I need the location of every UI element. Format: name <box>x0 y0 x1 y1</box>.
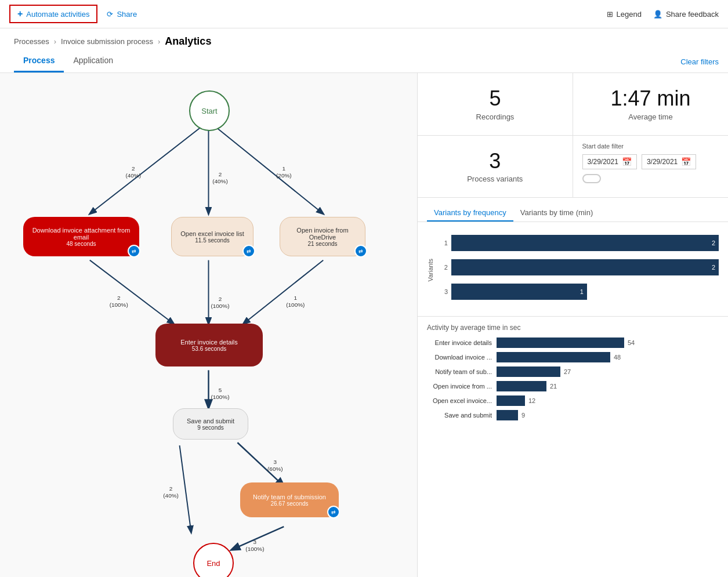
breadcrumb-sep1: › <box>54 37 56 46</box>
svg-text:(40%): (40%) <box>125 172 141 179</box>
svg-text:(40%): (40%) <box>212 178 228 184</box>
bar-chart-container: Variants 1 2 2 2 3 <box>427 234 719 307</box>
svg-text:2: 2 <box>169 485 173 492</box>
date-end-value: 3/29/2021 <box>647 158 678 166</box>
tab-application[interactable]: Application <box>64 51 122 72</box>
flow-badge-download: ⇄ <box>128 245 140 257</box>
flow-badge-openexcel: ⇄ <box>242 245 255 257</box>
flow-badge-openonedrive: ⇄ <box>354 245 367 257</box>
toggle-row <box>582 174 719 185</box>
plus-icon: + <box>17 9 23 19</box>
chart-tabs: Variants by frequency Variants by time (… <box>418 198 728 222</box>
activity-bar-2 <box>497 366 560 377</box>
svg-text:2: 2 <box>117 295 121 301</box>
calendar-start-icon: 📅 <box>622 157 632 166</box>
svg-text:(40%): (40%) <box>163 492 179 499</box>
share-feedback-button[interactable]: 👤 Share feedback <box>653 10 719 19</box>
svg-text:(100%): (100%) <box>211 303 229 309</box>
bar-row-1: 1 2 <box>436 234 719 252</box>
svg-text:(100%): (100%) <box>286 302 305 308</box>
breadcrumb-current: Analytics <box>165 35 211 48</box>
activity-bar-5 <box>497 410 518 420</box>
recordings-label: Recordings <box>429 113 561 121</box>
variants-label: Process variants <box>429 175 561 183</box>
date-start-value: 3/29/2021 <box>588 158 618 166</box>
topbar-left: + Automate activities ⟳ Share <box>9 5 597 23</box>
process-variants-row: 3 Process variants Start date filter 3/2… <box>418 136 728 198</box>
bar-row-2: 2 2 <box>436 258 719 277</box>
svg-text:1: 1 <box>294 295 298 301</box>
avgtime-label: Average time <box>585 113 716 121</box>
flow-node-enterdetails[interactable]: Enter invoice details 53.6 seconds <box>155 324 263 366</box>
svg-text:1: 1 <box>282 165 286 172</box>
y-axis-label: Variants <box>427 259 434 282</box>
main-content: 2 (40%) 2 (40%) 1 (20%) 2 (100%) 2 (100%… <box>0 73 728 577</box>
date-end-input[interactable]: 3/29/2021 📅 <box>642 154 696 169</box>
tab-process[interactable]: Process <box>14 51 64 72</box>
svg-text:5: 5 <box>219 387 222 393</box>
activity-row-3: Open invoice from ... 21 <box>427 381 719 391</box>
feedback-icon: 👤 <box>653 10 662 19</box>
breadcrumb-process-name[interactable]: Invoice submission process <box>61 37 153 46</box>
svg-text:2: 2 <box>132 165 135 172</box>
topbar-right: ⊞ Legend 👤 Share feedback <box>607 10 719 19</box>
recordings-stat: 5 Recordings <box>418 73 573 135</box>
date-filter-toggle[interactable] <box>582 174 601 183</box>
breadcrumb-processes[interactable]: Processes <box>14 37 49 46</box>
svg-text:(20%): (20%) <box>276 172 292 179</box>
flow-node-download[interactable]: Download invoice attachment from email 4… <box>23 217 139 256</box>
activity-section: Activity by average time in sec Enter in… <box>418 317 728 431</box>
activity-row-5: Save and submit 9 <box>427 410 719 420</box>
topbar: + Automate activities ⟳ Share ⊞ Legend 👤… <box>0 0 728 28</box>
date-filter-box: Start date filter 3/29/2021 📅 3/29/2021 … <box>573 136 729 198</box>
activity-bar-4 <box>497 395 525 406</box>
tabs-bar: Process Application Clear filters <box>0 51 728 73</box>
legend-button[interactable]: ⊞ Legend <box>607 10 642 19</box>
activity-row-1: Download invoice ... 48 <box>427 352 719 362</box>
feedback-label: Share feedback <box>666 10 719 19</box>
date-inputs: 3/29/2021 📅 3/29/2021 📅 <box>582 154 719 169</box>
clear-filters-button[interactable]: Clear filters <box>680 57 719 66</box>
breadcrumb: Processes › Invoice submission process ›… <box>0 28 728 51</box>
bar-chart-inner: 1 2 2 2 3 1 <box>436 234 719 307</box>
frequency-chart: Variants 1 2 2 2 3 <box>418 222 728 317</box>
activity-row-0: Enter invoice details 54 <box>427 338 719 348</box>
share-icon: ⟳ <box>107 10 113 19</box>
svg-text:(60%): (60%) <box>267 466 283 472</box>
flow-area: 2 (40%) 2 (40%) 1 (20%) 2 (100%) 2 (100%… <box>0 73 418 577</box>
svg-text:3: 3 <box>274 459 277 465</box>
tab-by-time[interactable]: Variants by time (min) <box>513 205 600 222</box>
activity-row-4: Open excel invoice... 12 <box>427 395 719 406</box>
recordings-count: 5 <box>429 87 561 110</box>
automate-label: Automate activities <box>26 10 89 19</box>
bar-1: 2 <box>451 235 719 251</box>
legend-icon: ⊞ <box>607 10 613 19</box>
svg-text:(100%): (100%) <box>245 546 264 552</box>
tab-by-frequency[interactable]: Variants by frequency <box>427 205 513 222</box>
automate-activities-button[interactable]: + Automate activities <box>9 5 97 23</box>
flow-node-start[interactable]: Start <box>189 90 230 131</box>
svg-text:2: 2 <box>219 171 222 177</box>
date-filter-label: Start date filter <box>582 143 719 150</box>
svg-text:(100%): (100%) <box>211 394 229 400</box>
share-label: Share <box>117 10 137 19</box>
share-button[interactable]: ⟳ Share <box>107 10 137 19</box>
svg-text:3: 3 <box>253 539 257 545</box>
avgtime-value: 1:47 min <box>585 87 716 110</box>
date-start-input[interactable]: 3/29/2021 📅 <box>582 154 637 169</box>
flow-node-openonedrive[interactable]: Open invoice from OneDrive 21 seconds <box>280 217 365 256</box>
activity-bar-0 <box>497 338 624 348</box>
calendar-end-icon: 📅 <box>681 157 691 166</box>
activity-chart-title: Activity by average time in sec <box>427 324 719 332</box>
stats-row: 5 Recordings 1:47 min Average time <box>418 73 728 136</box>
activity-bar-3 <box>497 381 546 391</box>
flow-node-end[interactable]: End <box>193 543 234 577</box>
flow-node-openexcel[interactable]: Open excel invoice list 11.5 seconds <box>171 217 253 256</box>
legend-label: Legend <box>617 10 642 19</box>
breadcrumb-sep2: › <box>158 37 160 46</box>
flow-node-notifyteam[interactable]: Notify team of submission 26.67 seconds <box>240 482 339 517</box>
flow-node-savesubmit[interactable]: Save and submit 9 seconds <box>173 408 248 440</box>
variants-stat: 3 Process variants <box>418 136 573 198</box>
variants-count: 3 <box>429 150 561 173</box>
activity-row-2: Notify team of sub... 27 <box>427 366 719 377</box>
